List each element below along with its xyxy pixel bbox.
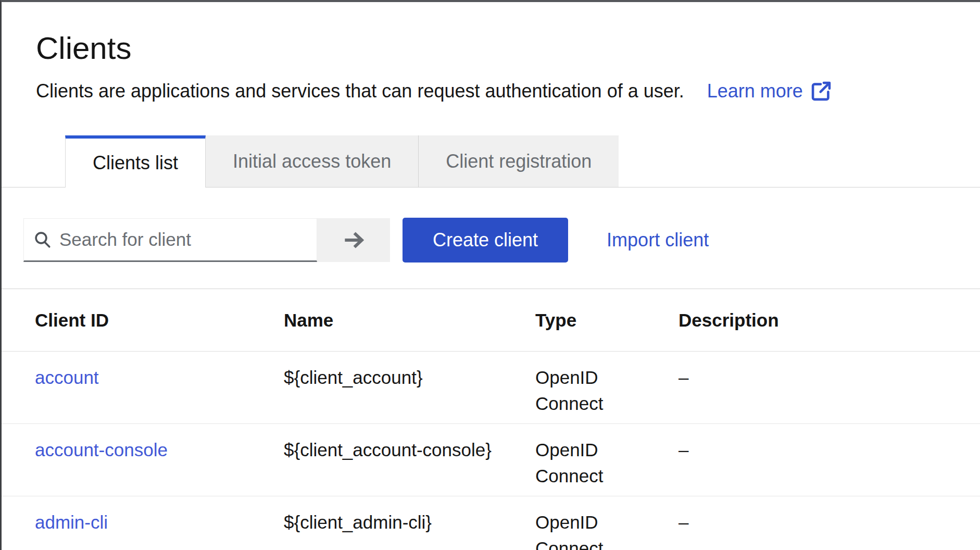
page-description: Clients are applications and services th…: [36, 79, 684, 103]
tab-client-registration[interactable]: Client registration: [418, 135, 619, 188]
page-title: Clients: [36, 31, 959, 66]
page-subtitle-row: Clients are applications and services th…: [36, 79, 959, 103]
search-box: [23, 218, 317, 262]
cell-description: –: [679, 496, 980, 550]
client-link-account-console[interactable]: account-console: [35, 440, 168, 460]
tab-initial-access-token[interactable]: Initial access token: [206, 135, 418, 188]
table-row: admin-cli ${client_admin-cli} OpenID Con…: [2, 496, 980, 550]
cell-description: –: [679, 352, 980, 423]
cell-type: OpenID Connect: [535, 352, 679, 423]
tab-clients-list-label: Clients list: [93, 152, 178, 174]
search-icon: [33, 230, 52, 249]
cell-client-id: admin-cli: [2, 496, 284, 550]
external-link-icon: [809, 79, 833, 103]
learn-more-label: Learn more: [707, 79, 803, 103]
search-group: [23, 218, 390, 262]
column-header-description: Description: [679, 310, 980, 331]
cell-type: OpenID Connect: [535, 496, 679, 550]
cell-type: OpenID Connect: [535, 424, 679, 496]
cell-name: ${client_account-console}: [284, 424, 535, 496]
clients-table: Client ID Name Type Description account …: [2, 289, 980, 550]
cell-client-id: account: [2, 352, 284, 423]
search-submit-button[interactable]: [317, 218, 390, 262]
cell-name: ${client_admin-cli}: [284, 496, 535, 550]
page-header: Clients Clients are applications and ser…: [2, 2, 980, 103]
column-header-name: Name: [284, 310, 535, 331]
table-row: account ${client_account} OpenID Connect…: [2, 352, 980, 424]
search-input[interactable]: [52, 229, 317, 250]
cell-description: –: [679, 424, 980, 496]
clients-page: Clients Clients are applications and ser…: [0, 0, 980, 550]
table-header-row: Client ID Name Type Description: [2, 289, 980, 352]
arrow-right-icon: [340, 230, 367, 251]
cell-client-id: account-console: [2, 424, 284, 496]
client-link-account[interactable]: account: [35, 367, 99, 388]
client-link-admin-cli[interactable]: admin-cli: [35, 512, 108, 532]
table-row: account-console ${client_account-console…: [2, 424, 980, 496]
tab-client-registration-label: Client registration: [446, 151, 592, 172]
cell-name: ${client_account}: [284, 352, 535, 423]
toolbar: Create client Import client: [2, 188, 980, 289]
learn-more-link[interactable]: Learn more: [707, 79, 833, 103]
import-client-link[interactable]: Import client: [607, 229, 709, 251]
tab-clients-list[interactable]: Clients list: [65, 135, 206, 188]
column-header-type: Type: [535, 310, 679, 331]
tabs: Clients list Initial access token Client…: [2, 135, 980, 188]
create-client-button[interactable]: Create client: [403, 218, 568, 262]
tab-initial-access-token-label: Initial access token: [233, 151, 391, 172]
column-header-client-id: Client ID: [2, 310, 284, 331]
